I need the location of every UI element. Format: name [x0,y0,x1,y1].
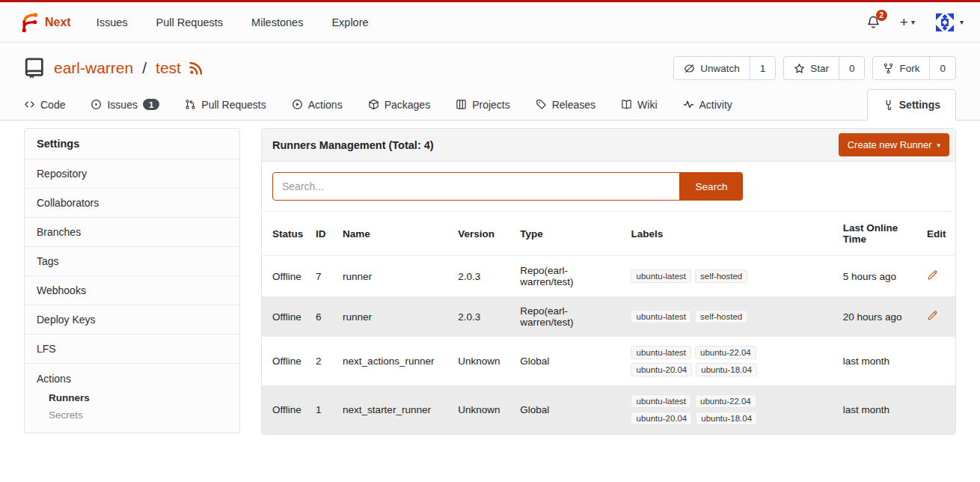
tab-label: Activity [699,99,732,111]
chevron-down-icon: ▾ [960,18,964,26]
repo-owner-link[interactable]: earl-warren [54,59,133,77]
runner-type: Repo(earl-warren/test) [514,296,625,337]
nav-link-issues[interactable]: Issues [97,16,128,28]
column-header-type: Type [514,212,625,256]
tab-label: Actions [308,99,343,111]
sidebar-header: Settings [25,129,239,159]
runner-labels: ubuntu-latestubuntu-22.04ubuntu-20.04ubu… [631,394,774,425]
edit-runner-button[interactable] [927,269,938,281]
table-row: Offline 6 runner 2.0.3 Repo(earl-warren/… [262,296,955,337]
runner-label-badge: ubuntu-20.04 [631,412,692,425]
table-row: Offline 2 next_actions_runner Unknown Gl… [262,337,955,385]
star-button[interactable]: Star [784,57,839,79]
runner-label-badge: self-hosted [695,310,747,323]
runner-type: Global [514,337,625,385]
tab-releases[interactable]: Releases [536,89,595,120]
runner-label-badge: ubuntu-latest [631,346,691,359]
tag-icon [536,99,547,110]
sidebar-item-tags[interactable]: Tags [25,246,239,275]
runner-last-online: 5 hours ago [837,256,921,297]
repo-name-link[interactable]: test [156,59,181,77]
play-circle-icon [292,99,303,110]
sidebar-group-actions: Actions Runners Secrets [25,363,239,433]
star-label: Star [810,63,829,74]
create-menu-button[interactable]: + ▾ [900,14,915,31]
code-icon [24,99,35,110]
tab-label: Packages [385,99,430,111]
search-input[interactable] [272,172,680,201]
tab-label: Projects [472,99,510,111]
stars-count[interactable]: 0 [839,57,865,79]
navbar-right: 2 + ▾ ▾ [866,12,964,33]
forgejo-home-link[interactable]: Next [16,11,71,34]
sidebar-item-webhooks[interactable]: Webhooks [25,275,239,305]
watchers-count[interactable]: 1 [750,57,776,79]
runner-version: Unknown [452,337,514,385]
column-header-status: Status [262,212,310,256]
forks-count[interactable]: 0 [929,57,955,79]
avatar [934,12,955,33]
runner-label-badge: ubuntu-18.04 [696,363,757,376]
runner-status: Offline [262,256,310,297]
watch-button-group: Unwatch 1 [673,56,776,80]
nav-links: Issues Pull Requests Milestones Explore [97,16,369,28]
tab-packages[interactable]: Packages [368,89,430,120]
runner-name: runner [337,296,452,337]
table-header-row: Status ID Name Version Type Labels Last … [262,212,955,256]
runner-label-badge: ubuntu-20.04 [631,363,692,376]
pencil-icon [927,310,938,321]
sidebar-item-actions[interactable]: Actions [25,371,239,389]
runner-name: next_actions_runner [337,337,452,385]
search-button[interactable]: Search [680,172,743,201]
project-board-icon [456,99,467,110]
user-menu-button[interactable]: ▾ [934,12,964,33]
package-icon [368,99,379,110]
tab-pull-requests[interactable]: Pull Requests [185,89,266,120]
sidebar-item-runners[interactable]: Runners [25,389,239,406]
chevron-down-icon: ▾ [911,18,915,26]
tab-wiki[interactable]: Wiki [621,89,657,120]
pull-request-icon [185,99,196,110]
sidebar-item-lfs[interactable]: LFS [25,334,239,363]
brand-name: Next [45,16,71,29]
sidebar-item-secrets[interactable]: Secrets [25,406,239,424]
fork-button[interactable]: Fork [873,57,929,79]
tab-label: Wiki [637,99,657,111]
edit-runner-button[interactable] [927,310,938,321]
runners-panel-header: Runners Management (Total: 4) Create new… [262,129,955,162]
runner-labels: ubuntu-latestubuntu-22.04ubuntu-20.04ubu… [631,346,774,376]
sidebar-item-branches[interactable]: Branches [25,217,239,246]
settings-content: Settings Repository Collaborators Branch… [0,120,980,435]
tab-code[interactable]: Code [24,89,65,120]
repo-title: earl-warren/test [24,57,203,79]
tab-label: Issues [107,99,137,111]
runner-type: Global [514,385,625,434]
nav-link-pull-requests[interactable]: Pull Requests [156,16,223,28]
tab-settings[interactable]: Settings [867,89,956,120]
tab-activity[interactable]: Activity [683,89,732,120]
tab-projects[interactable]: Projects [456,89,510,120]
create-runner-button[interactable]: Create new Runner ▾ [839,133,949,156]
tab-issues[interactable]: Issues 1 [91,89,159,120]
star-button-group: Star 0 [783,56,865,80]
runner-label-badge: self-hosted [695,269,747,283]
table-row: Offline 7 runner 2.0.3 Repo(earl-warren/… [262,256,955,297]
runner-id: 1 [310,385,337,434]
table-row: Offline 1 next_starter_runner Unknown Gl… [262,385,955,434]
nav-link-explore[interactable]: Explore [331,16,368,28]
nav-link-milestones[interactable]: Milestones [251,16,303,28]
sidebar-item-deploy-keys[interactable]: Deploy Keys [25,305,239,334]
settings-tools-icon [883,100,894,111]
tab-actions[interactable]: Actions [292,89,343,120]
tab-label: Pull Requests [201,99,266,111]
runner-label-badge: ubuntu-22.04 [695,346,756,359]
sidebar-item-repository[interactable]: Repository [25,159,239,188]
runner-status: Offline [262,296,310,337]
column-header-labels: Labels [625,212,836,256]
repo-header: earl-warren/test Unwatch 1 Star [0,43,980,89]
sidebar-item-collaborators[interactable]: Collaborators [25,188,239,217]
create-runner-label: Create new Runner [848,139,932,150]
unwatch-button[interactable]: Unwatch [674,57,750,79]
notifications-button[interactable]: 2 [866,15,881,29]
repo-separator: / [142,59,147,77]
